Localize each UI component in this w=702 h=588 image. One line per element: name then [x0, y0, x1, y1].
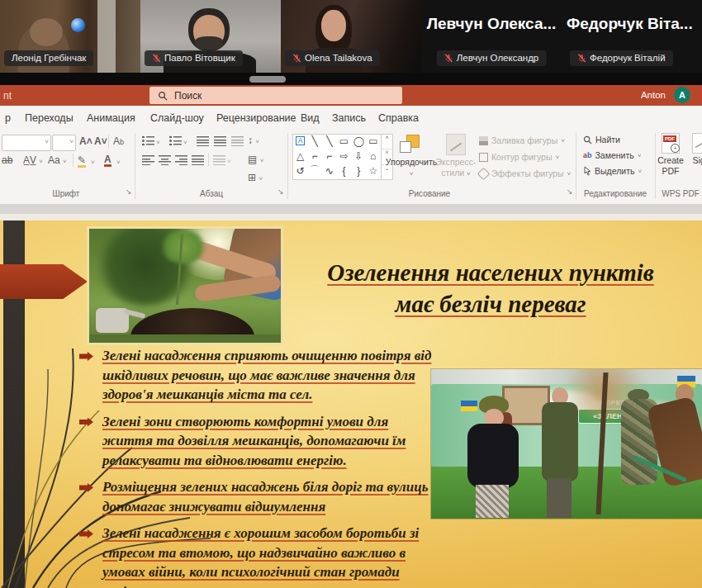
- quick-styles-pen: [450, 143, 462, 152]
- textbox-shape-icon[interactable]: A: [296, 136, 306, 146]
- arrange-icon: [400, 135, 421, 154]
- group-separator: [287, 133, 288, 199]
- photo-tree-planting-closeup[interactable]: [87, 226, 283, 345]
- right-arrow-shape-icon[interactable]: ⇨: [337, 149, 351, 162]
- decrease-indent-button[interactable]: [197, 135, 209, 146]
- select-button[interactable]: Выделить˅: [583, 166, 642, 176]
- participant-tile-audio[interactable]: Левчун Олекса... Левчун Олександр: [421, 0, 562, 73]
- shape-fill-button: Заливка фигуры˅: [479, 135, 565, 145]
- arc-shape-icon[interactable]: ⌒: [308, 164, 322, 177]
- font-color-button[interactable]: А: [104, 154, 111, 167]
- separator: [73, 154, 74, 167]
- bullet-arrow-marker: [79, 483, 93, 492]
- change-case-button[interactable]: Aa ˅: [48, 155, 67, 165]
- participant-name: Леонід Гребінчак: [12, 54, 86, 64]
- slide-title[interactable]: Озеленення населених пунктів має безліч …: [287, 257, 694, 320]
- create-pdf-button[interactable]: Create PDF: [655, 155, 686, 177]
- line-spacing-button[interactable]: ↕ ˅: [248, 135, 259, 145]
- create-pdf-label-1: Create: [657, 155, 684, 165]
- tab-animations[interactable]: Анимация: [87, 112, 135, 124]
- elbow-connector-icon[interactable]: ⌐: [308, 149, 322, 162]
- text-direction-row-button[interactable]: [231, 135, 244, 146]
- app-screen: Леонід Гребінчак Павло Вітовщик Olena Ta…: [0, 0, 702, 588]
- justify-button[interactable]: [192, 154, 204, 165]
- tab-transitions[interactable]: Переходы: [25, 112, 74, 124]
- rectangle-shape-icon[interactable]: ▭: [337, 135, 351, 147]
- triangle-shape-icon[interactable]: △: [293, 149, 307, 162]
- right-brace-shape-icon[interactable]: }: [352, 164, 366, 177]
- bullet-list-caret[interactable]: ˅: [156, 139, 160, 146]
- rounded-rectangle-shape-icon[interactable]: ▭: [366, 135, 380, 147]
- convert-smartart-button[interactable]: ⊞ ˅: [248, 173, 263, 183]
- account-avatar[interactable]: A: [674, 87, 690, 103]
- webcam-object: [71, 18, 85, 32]
- left-brace-shape-icon[interactable]: {: [337, 164, 351, 177]
- shrink-font-button[interactable]: A˅: [94, 136, 107, 146]
- participant-video: [97, 0, 116, 73]
- photo-tree-planting-event[interactable]: МА ПРЕЗИДЕНТА «ЗЕЛЕНА КРАЇНА»: [431, 369, 702, 519]
- strikethrough-button[interactable]: ab: [2, 155, 12, 165]
- align-left-button[interactable]: [142, 154, 154, 165]
- replace-label: Заменить: [595, 150, 634, 160]
- font-dialog-launcher[interactable]: ↘: [126, 187, 132, 196]
- numbered-list-button[interactable]: [169, 135, 182, 146]
- search-input[interactable]: Поиск: [149, 87, 402, 104]
- star-shape-icon[interactable]: ☆: [366, 164, 380, 177]
- font-name-dropdown[interactable]: [2, 135, 51, 151]
- shape-fill-label: Заливка фигуры: [491, 135, 557, 145]
- highlight-color-button[interactable]: ✎: [78, 155, 86, 168]
- participant-tile-video[interactable]: Павло Вітовщик: [140, 0, 281, 73]
- align-center-button[interactable]: [159, 154, 171, 165]
- tab-partial[interactable]: р: [5, 112, 11, 124]
- tab-review[interactable]: Рецензирование: [216, 112, 296, 124]
- find-button[interactable]: Найти: [583, 135, 620, 145]
- sign-pdf-icon: [692, 133, 702, 154]
- replace-button[interactable]: ab Заменить˅: [583, 150, 641, 160]
- tab-help[interactable]: Справка: [378, 112, 419, 124]
- numbered-list-caret[interactable]: ˅: [183, 139, 187, 146]
- font-size-dropdown[interactable]: [52, 135, 76, 151]
- quick-styles-label-2: стили: [441, 168, 464, 178]
- man-green-jacket: [542, 402, 578, 481]
- pentagon-shape-icon[interactable]: ⌂: [366, 149, 380, 162]
- tab-view[interactable]: Вид: [301, 112, 320, 124]
- elbow-arrow-connector-icon[interactable]: ⌐: [322, 149, 336, 162]
- line-shape-icon[interactable]: ╲: [308, 135, 322, 147]
- shapes-gallery[interactable]: A ╲ ╲ ▭ ◯ ▭ △ ⌐ ⌐ ⇨ ⇩ ⌂ ↺ ⌒ ∿ { } ☆ ˄: [292, 134, 393, 180]
- drawing-dialog-launcher[interactable]: ↘: [567, 187, 573, 196]
- tab-slideshow[interactable]: Слайд-шоу: [150, 112, 204, 124]
- participant-big-name: Левчун Олекса...: [421, 15, 562, 33]
- freeform-shape-icon[interactable]: ↺: [293, 164, 307, 177]
- highlight-caret[interactable]: ˅: [91, 159, 95, 166]
- character-spacing-button[interactable]: A̲V̲ ˅: [23, 155, 43, 165]
- oval-shape-icon[interactable]: ◯: [352, 135, 366, 147]
- grow-font-button[interactable]: A˄: [79, 136, 92, 146]
- align-text-button[interactable]: ▤ ˅: [248, 154, 263, 164]
- group-label-wps: WPS PDF: [662, 189, 700, 198]
- font-color-caret[interactable]: ˅: [116, 159, 121, 166]
- increase-indent-button[interactable]: [214, 135, 226, 146]
- participant-tile-video[interactable]: Olena Tailakova: [281, 0, 421, 73]
- paragraph-dialog-launcher[interactable]: ↘: [277, 187, 284, 196]
- bullet-list-button[interactable]: [142, 135, 154, 146]
- slide-canvas[interactable]: Озеленення населених пунктів має безліч …: [0, 220, 702, 588]
- slide-bullet-list[interactable]: Зелені насадження сприяють очищенню пові…: [79, 346, 449, 588]
- clear-formatting-button[interactable]: Ab: [113, 136, 124, 146]
- columns-caret: ˅: [227, 158, 231, 165]
- video-strip-resize-handle[interactable]: [249, 76, 286, 83]
- sign-pdf-button[interactable]: Sig: [689, 155, 702, 166]
- align-right-button[interactable]: [175, 154, 187, 165]
- participant-tile-audio[interactable]: Федорчук Віта... Федорчук Віталій: [562, 0, 702, 73]
- mic-off-icon: [577, 54, 586, 63]
- gallery-scroll-up[interactable]: ˄: [382, 135, 392, 149]
- arrange-icon-front: [400, 141, 411, 153]
- account-name[interactable]: Anton: [641, 90, 666, 100]
- curve-shape-icon[interactable]: ∿: [322, 164, 336, 177]
- search-label: Поиск: [174, 90, 202, 102]
- strip-divider: [0, 73, 702, 85]
- tab-record[interactable]: Запись: [332, 112, 366, 124]
- man-legs: [547, 478, 572, 518]
- line-arrow-shape-icon[interactable]: ╲: [322, 135, 336, 147]
- participant-tile-video[interactable]: Леонід Гребінчак: [0, 0, 140, 73]
- down-arrow-shape-icon[interactable]: ⇩: [352, 149, 366, 162]
